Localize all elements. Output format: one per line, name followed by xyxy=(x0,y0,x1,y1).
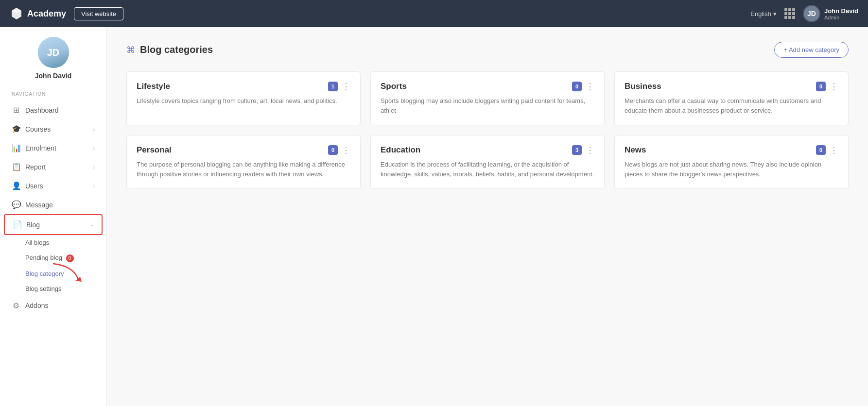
app-name: Academy xyxy=(27,9,66,19)
card-title: Personal xyxy=(137,145,172,155)
card-header: Lifestyle 1 ⋮ xyxy=(137,82,350,91)
category-card-sports: Sports 0 ⋮ Sports blogging may also incl… xyxy=(370,71,605,125)
avatar: JD xyxy=(38,37,69,68)
apps-grid-icon[interactable] xyxy=(784,8,795,19)
card-header: News 0 ⋮ xyxy=(625,145,838,155)
user-role: Admin xyxy=(824,15,858,20)
sidebar-item-addons[interactable]: ⚙ Addons xyxy=(0,296,106,315)
sidebar-item-label: Addons xyxy=(25,302,48,309)
chevron-right-icon: › xyxy=(93,145,95,151)
blog-icon: 📄 xyxy=(13,220,21,229)
card-count-badge: 0 xyxy=(328,145,338,155)
card-description: Sports blogging may also include blogger… xyxy=(381,96,594,115)
sidebar-item-report[interactable]: 📋 Report › xyxy=(0,157,106,176)
card-count-badge: 1 xyxy=(328,82,338,91)
sidebar-item-label: Dashboard xyxy=(25,106,59,114)
content-area: ⌘ Blog categories + Add new category Lif… xyxy=(107,27,868,406)
sidebar-item-label: Users xyxy=(25,182,43,190)
card-description: Lifestyle covers topics ranging from cul… xyxy=(137,96,350,106)
sidebar-item-enrolment[interactable]: 📊 Enrolment › xyxy=(0,138,106,157)
avatar: JD xyxy=(803,5,820,22)
user-name: John David xyxy=(824,7,858,15)
visit-website-button[interactable]: Visit website xyxy=(74,7,123,20)
categories-grid: Lifestyle 1 ⋮ Lifestyle covers topics ra… xyxy=(126,71,849,189)
card-header: Education 3 ⋮ xyxy=(381,145,594,155)
card-title: News xyxy=(625,145,646,155)
sidebar: JD John David NAVIGATION ⊞ Dashboard 🎓 C… xyxy=(0,27,107,406)
card-title: Education xyxy=(381,145,420,155)
app-logo[interactable]: Academy xyxy=(10,7,66,20)
card-header: Sports 0 ⋮ xyxy=(381,82,594,91)
sidebar-item-label: Message xyxy=(25,201,53,209)
report-icon: 📋 xyxy=(12,162,20,171)
card-description: Education is the process of facilitating… xyxy=(381,160,594,179)
sidebar-item-label: Enrolment xyxy=(25,144,56,152)
blog-categories-icon: ⌘ xyxy=(126,45,135,55)
message-icon: 💬 xyxy=(12,200,20,209)
sidebar-item-users[interactable]: 👤 Users › xyxy=(0,176,106,195)
user-name-block: John David Admin xyxy=(824,7,858,20)
enrolment-icon: 📊 xyxy=(12,143,20,152)
category-card-business: Business 0 ⋮ Merchants can offer a casua… xyxy=(614,71,849,125)
card-menu-button[interactable]: ⋮ xyxy=(830,146,838,154)
card-count-badge: 3 xyxy=(572,145,582,155)
category-card-personal: Personal 0 ⋮ The purpose of personal blo… xyxy=(126,135,361,189)
card-header: Personal 0 ⋮ xyxy=(137,145,350,155)
page-header: ⌘ Blog categories + Add new category xyxy=(126,42,849,58)
sidebar-item-dashboard[interactable]: ⊞ Dashboard xyxy=(0,101,106,119)
addons-icon: ⚙ xyxy=(12,301,20,310)
courses-icon: 🎓 xyxy=(12,124,20,134)
sidebar-item-message[interactable]: 💬 Message xyxy=(0,195,106,214)
card-menu-button[interactable]: ⋮ xyxy=(342,146,350,154)
card-description: Merchants can offer a casual way to comm… xyxy=(625,96,838,115)
card-menu-button[interactable]: ⋮ xyxy=(830,82,838,91)
language-label: English xyxy=(750,10,771,17)
category-card-news: News 0 ⋮ News blogs are not just about s… xyxy=(614,135,849,189)
nav-section-label: NAVIGATION xyxy=(0,91,106,97)
avatar-initials: JD xyxy=(807,10,816,17)
sidebar-item-blog-category[interactable]: Blog category xyxy=(0,266,106,281)
card-menu-button[interactable]: ⋮ xyxy=(586,146,594,154)
card-menu-button[interactable]: ⋮ xyxy=(342,82,350,91)
sidebar-username: John David xyxy=(35,72,71,80)
main-layout: JD John David NAVIGATION ⊞ Dashboard 🎓 C… xyxy=(0,27,868,406)
user-menu[interactable]: JD John David Admin xyxy=(803,5,858,22)
top-navigation: Academy Visit website English ▾ JD John … xyxy=(0,0,868,27)
sidebar-profile: JD John David xyxy=(35,37,71,80)
sidebar-item-all-blogs[interactable]: All blogs xyxy=(0,235,106,250)
chevron-right-icon: › xyxy=(93,126,95,132)
sidebar-item-label: Report xyxy=(25,163,46,171)
card-count-badge: 0 xyxy=(572,82,582,91)
language-selector[interactable]: English ▾ xyxy=(750,10,777,17)
category-card-education: Education 3 ⋮ Education is the process o… xyxy=(370,135,605,189)
category-card-lifestyle: Lifestyle 1 ⋮ Lifestyle covers topics ra… xyxy=(126,71,361,125)
card-header: Business 0 ⋮ xyxy=(625,82,838,91)
add-new-category-button[interactable]: + Add new category xyxy=(774,42,849,58)
arrow-annotation-icon xyxy=(49,261,87,286)
page-title-row: ⌘ Blog categories xyxy=(126,44,213,55)
card-description: News blogs are not just about sharing ne… xyxy=(625,160,838,179)
sidebar-blog-label: Blog xyxy=(26,221,40,229)
card-count-badge: 0 xyxy=(816,145,826,155)
topnav-right: English ▾ JD John David Admin xyxy=(750,5,858,22)
chevron-right-icon: › xyxy=(93,183,95,189)
dashboard-icon: ⊞ xyxy=(12,105,20,115)
chevron-down-icon: ⌄ xyxy=(89,221,94,228)
chevron-down-icon: ▾ xyxy=(773,10,777,17)
card-title: Business xyxy=(625,82,661,91)
sidebar-item-label: Courses xyxy=(25,125,51,133)
sidebar-item-blog[interactable]: 📄 Blog ⌄ xyxy=(4,214,103,235)
chevron-right-icon: › xyxy=(93,164,95,170)
blog-sub-menu: All blogs Pending blog 0 Blog category B… xyxy=(0,235,106,296)
page-title: Blog categories xyxy=(140,44,213,55)
sidebar-item-courses[interactable]: 🎓 Courses › xyxy=(0,119,106,138)
card-description: The purpose of personal blogging can be … xyxy=(137,160,350,179)
card-title: Sports xyxy=(381,82,407,91)
card-title: Lifestyle xyxy=(137,82,170,91)
svg-marker-0 xyxy=(75,277,82,282)
card-count-badge: 0 xyxy=(816,82,826,91)
card-menu-button[interactable]: ⋮ xyxy=(586,82,594,91)
users-icon: 👤 xyxy=(12,181,20,190)
